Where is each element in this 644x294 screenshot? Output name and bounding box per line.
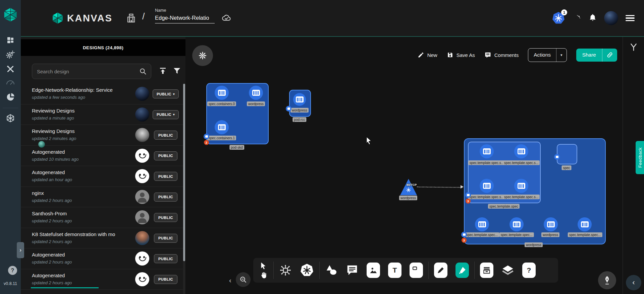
design-list-item[interactable]: nginx updated 2 hours ago PUBLIC: [21, 187, 183, 208]
actions-split-button[interactable]: Actions ▾: [528, 48, 567, 62]
meshery-pie-icon[interactable]: [6, 92, 15, 102]
error-count-badge[interactable]: 3: [466, 199, 471, 204]
container-node[interactable]: [215, 86, 229, 100]
error-count-badge[interactable]: 3: [462, 238, 467, 243]
visibility-chip[interactable]: PUBLIC: [154, 151, 177, 160]
notifications-bell-icon[interactable]: [589, 14, 597, 22]
visibility-chip[interactable]: PUBLIC: [154, 193, 177, 202]
pen-mode-button[interactable]: [598, 271, 616, 289]
actions-dropdown-caret[interactable]: ▾: [556, 49, 567, 62]
lifecycle-gears-icon[interactable]: [6, 50, 15, 59]
container-node[interactable]: [480, 144, 494, 158]
owner-avatar: [135, 87, 149, 101]
visibility-chip[interactable]: PUBLIC: [154, 131, 177, 140]
panel-scrollbar-thumb[interactable]: [183, 84, 185, 261]
shapes-tool-icon[interactable]: [325, 264, 338, 277]
help-tool-icon[interactable]: ?: [522, 263, 536, 278]
new-button[interactable]: New: [418, 52, 437, 58]
visibility-chip[interactable]: PUBLIC: [154, 234, 177, 243]
settings-gear-icon[interactable]: [573, 14, 581, 22]
collapse-panel-chevron[interactable]: ‹: [229, 277, 231, 284]
container-node[interactable]: [514, 144, 528, 158]
container-node[interactable]: [509, 217, 524, 231]
visibility-chip[interactable]: PUBLIC: [154, 254, 177, 263]
dashboard-icon[interactable]: [6, 36, 14, 44]
node-service-wordpress[interactable]: [400, 179, 417, 195]
design-list-item[interactable]: Edge-Network-Relationship: Service updat…: [21, 84, 183, 104]
node-spec[interactable]: [557, 144, 577, 164]
container-node[interactable]: [578, 217, 592, 231]
zoom-out-button[interactable]: [236, 272, 251, 287]
expand-panel-handle[interactable]: ›: [17, 242, 24, 258]
text-tool-icon[interactable]: T: [388, 263, 401, 278]
node-pod-template[interactable]: [468, 142, 541, 203]
container-node[interactable]: [480, 179, 494, 193]
drawer-tool-icon[interactable]: [480, 263, 493, 278]
design-list-item[interactable]: Autogenerated updated 10 minutes ago PUB…: [21, 146, 183, 166]
search-box: [32, 64, 151, 79]
filter-funnel-icon[interactable]: [172, 66, 181, 75]
design-name-input[interactable]: [155, 14, 215, 23]
feedback-tab[interactable]: Feedback: [636, 141, 644, 174]
container-node[interactable]: [249, 86, 263, 100]
design-list-item[interactable]: Santhosh-Prom updated 2 hours ago PUBLIC: [21, 207, 183, 228]
design-list-item[interactable]: Autogenerated updated 2 hours ago PUBLIC: [21, 248, 183, 269]
nav-rail: › ? v0.8.11: [0, 0, 21, 294]
meshery-logo-icon[interactable]: [3, 7, 18, 22]
publish-design-icon[interactable]: [158, 66, 167, 75]
help-button[interactable]: ?: [8, 266, 17, 275]
pod-badge-icon: [465, 192, 471, 198]
menu-hamburger-icon[interactable]: [626, 15, 635, 21]
visibility-chip[interactable]: PUBLIC▾: [153, 110, 179, 119]
share-split-button[interactable]: Share: [576, 49, 617, 62]
design-canvas[interactable]: New Save As Comments Actions ▾ Share spe…: [185, 37, 623, 294]
organization-icon[interactable]: [127, 13, 136, 23]
error-count-badge[interactable]: 2: [204, 140, 209, 145]
container-node[interactable]: [544, 217, 558, 231]
visibility-chip[interactable]: PUBLIC: [154, 172, 177, 181]
copy-link-icon[interactable]: [602, 49, 617, 62]
container-node[interactable]: [215, 120, 229, 134]
design-list-item[interactable]: Reviewing Designs updated a minute ago P…: [21, 104, 183, 125]
select-tool-icon[interactable]: [260, 262, 267, 269]
canvas-flower-button[interactable]: [192, 45, 213, 66]
design-list-item[interactable]: Autogenerated updated an hour ago PUBLIC: [21, 166, 183, 187]
design-list-item[interactable]: K8 Statefulset demonstration with mo upd…: [21, 228, 183, 249]
configuration-toolkit-icon[interactable]: [6, 65, 15, 73]
performance-gauge-icon[interactable]: [6, 79, 15, 85]
freehand-draw-tool-icon[interactable]: [455, 263, 469, 278]
visibility-chip[interactable]: PUBLIC: [154, 275, 177, 284]
visibility-chip[interactable]: PUBLIC▾: [153, 89, 179, 98]
shape-rect-tool-icon[interactable]: [410, 263, 423, 278]
service-edge[interactable]: [417, 187, 461, 188]
container-node[interactable]: [475, 217, 489, 231]
design-list-item[interactable]: Autogenerated updated 2 hours ago PUBLIC: [21, 269, 183, 290]
image-tool-icon[interactable]: [367, 263, 380, 278]
container-node[interactable]: [514, 179, 528, 193]
kubernetes-context-chip[interactable]: 1: [552, 11, 565, 25]
node-label: spec.template.spec.s...: [468, 160, 505, 165]
search-icon[interactable]: [139, 67, 147, 75]
hierarchy-y-icon[interactable]: [629, 42, 638, 52]
component-tool-icon[interactable]: [279, 264, 292, 277]
layers-tool-icon[interactable]: [501, 265, 514, 276]
brand[interactable]: KANVAS: [52, 12, 112, 24]
pan-hand-icon[interactable]: [260, 272, 267, 279]
pen-tool-icon[interactable]: [434, 263, 447, 278]
extensions-hexagon-icon[interactable]: [6, 114, 15, 123]
comments-button[interactable]: Comments: [484, 52, 519, 59]
save-as-button[interactable]: Save As: [447, 52, 475, 58]
visibility-chip[interactable]: PUBLIC: [154, 213, 177, 222]
context-count-badge: 1: [561, 9, 567, 15]
user-avatar[interactable]: [604, 11, 618, 25]
collapse-right-button[interactable]: ‹: [626, 275, 641, 290]
container-icon: [581, 221, 589, 227]
comment-tool-icon[interactable]: [346, 264, 359, 277]
design-name-label: Name: [155, 8, 166, 13]
node-label: wordpress: [247, 101, 265, 106]
search-input[interactable]: [36, 68, 139, 75]
node-label: spec.containers.1: [207, 136, 236, 140]
container-node[interactable]: [293, 93, 306, 106]
kubernetes-tool-icon[interactable]: [300, 263, 314, 277]
design-list-item[interactable]: Reviewing Designs updated 2 minutes ago …: [21, 125, 183, 146]
